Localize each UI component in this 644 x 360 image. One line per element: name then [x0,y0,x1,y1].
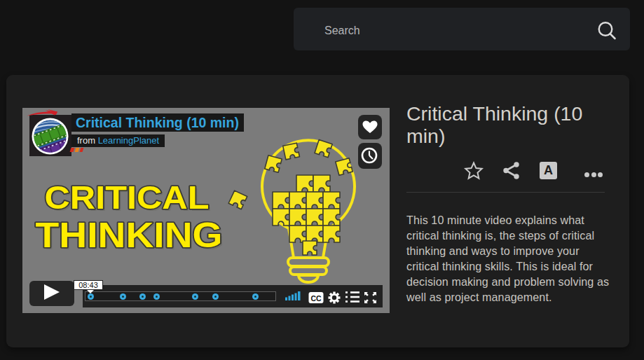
svg-text:CRITICAL: CRITICAL [45,179,210,216]
svg-text:CC: CC [310,294,322,303]
svg-text:THINKING: THINKING [36,216,223,255]
